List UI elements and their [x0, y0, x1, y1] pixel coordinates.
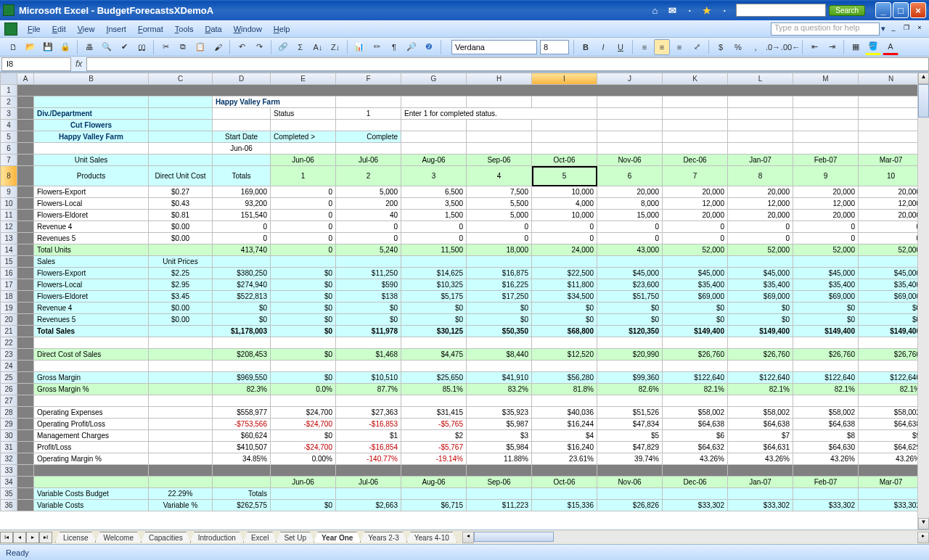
cell[interactable]	[859, 108, 924, 120]
cell[interactable]: $0	[271, 279, 336, 291]
cell[interactable]: 0.0%	[271, 384, 336, 395]
cell[interactable]: 7,500	[467, 186, 532, 198]
col-header-C[interactable]: C	[149, 73, 213, 85]
cell[interactable]: 20,000	[728, 186, 793, 198]
worksheet-tab-years-2-3[interactable]: Years 2-3	[360, 532, 406, 543]
cell[interactable]: 169,000	[213, 186, 271, 198]
row-header-24[interactable]: 24	[1, 361, 17, 372]
cell[interactable]	[532, 143, 597, 155]
cell[interactable]: $64,630	[793, 442, 859, 453]
cell[interactable]: Flowers-Local	[34, 198, 149, 210]
cell[interactable]: 4	[467, 166, 532, 186]
sort-asc-icon[interactable]: A↓	[310, 39, 326, 55]
cell[interactable]: 15,000	[597, 210, 663, 221]
cell[interactable]: 10,000	[532, 186, 597, 198]
cell[interactable]	[213, 337, 271, 349]
cell[interactable]	[336, 337, 401, 349]
cell[interactable]	[532, 96, 597, 108]
menu-view[interactable]: View	[72, 23, 101, 35]
row-header-15[interactable]: 15	[1, 256, 17, 268]
cell[interactable]: $35,923	[467, 407, 532, 419]
cell[interactable]	[597, 143, 663, 155]
hyperlink-icon[interactable]: 🔗	[275, 39, 291, 55]
cell[interactable]	[17, 210, 34, 221]
cell[interactable]: $17,250	[467, 291, 532, 302]
cell[interactable]	[532, 337, 597, 349]
cell[interactable]	[213, 256, 271, 268]
cell[interactable]: $0	[336, 314, 401, 326]
cell[interactable]	[17, 349, 34, 361]
col-header-M[interactable]: M	[793, 73, 859, 85]
cell[interactable]: Mar-07	[859, 155, 924, 166]
cell[interactable]	[663, 337, 728, 349]
cell[interactable]	[663, 131, 728, 143]
cell[interactable]	[17, 85, 924, 96]
cell[interactable]: 0	[401, 233, 467, 244]
cell[interactable]	[728, 108, 793, 120]
cell[interactable]: 0	[271, 233, 336, 244]
cell[interactable]: $45,000	[859, 268, 924, 279]
cell[interactable]	[17, 233, 34, 244]
cell[interactable]: 5,240	[336, 244, 401, 256]
cell[interactable]	[401, 96, 467, 108]
format-painter-icon[interactable]: 🖌	[210, 39, 226, 55]
cell[interactable]: 0.00%	[271, 453, 336, 465]
cell[interactable]	[663, 96, 728, 108]
cell[interactable]: $7	[728, 430, 793, 442]
cell[interactable]: $0	[663, 314, 728, 326]
cell[interactable]: $0.00	[149, 233, 213, 244]
cell[interactable]	[859, 337, 924, 349]
cell[interactable]: Flowers-Local	[34, 279, 149, 291]
cell[interactable]: 0	[532, 233, 597, 244]
cell[interactable]: $2,663	[336, 500, 401, 511]
cell[interactable]: 5,000	[467, 210, 532, 221]
cell[interactable]: 43.26%	[728, 453, 793, 465]
col-header-F[interactable]: F	[336, 73, 401, 85]
cell[interactable]: -$24,700	[271, 442, 336, 453]
worksheet-tab-introduction[interactable]: Introduction	[190, 532, 244, 543]
col-header-B[interactable]: B	[34, 73, 149, 85]
row-header-9[interactable]: 9	[1, 186, 17, 198]
cell[interactable]: $0.00	[149, 221, 213, 233]
cell[interactable]: 52,000	[859, 244, 924, 256]
cell[interactable]: $0	[401, 302, 467, 314]
cell[interactable]	[17, 384, 34, 395]
autosum-icon[interactable]: Σ	[292, 39, 308, 55]
cell[interactable]	[17, 221, 34, 233]
cell[interactable]: 40	[336, 210, 401, 221]
cell[interactable]: $122,640	[793, 372, 859, 384]
cell[interactable]: Status	[271, 108, 336, 120]
cell[interactable]	[467, 120, 532, 131]
cell[interactable]: 4,000	[532, 198, 597, 210]
cell[interactable]: Enter 1 for completed status.	[401, 108, 597, 120]
cell[interactable]	[401, 131, 467, 143]
cell[interactable]	[336, 143, 401, 155]
cell[interactable]	[467, 131, 532, 143]
cell[interactable]	[17, 361, 34, 372]
worksheet-tab-excel[interactable]: Excel	[243, 532, 277, 543]
cell[interactable]: $34,500	[532, 291, 597, 302]
cell[interactable]: $5,984	[467, 442, 532, 453]
worksheet-grid[interactable]: ABCDEFGHIJKLMN12Happy Valley Farm3Div./D…	[0, 72, 929, 530]
cell[interactable]	[859, 395, 924, 407]
cell[interactable]: $45,000	[728, 268, 793, 279]
col-header-E[interactable]: E	[271, 73, 336, 85]
cell[interactable]: -$16,853	[336, 419, 401, 430]
cell[interactable]	[17, 96, 34, 108]
cell[interactable]	[17, 244, 34, 256]
row-header-2[interactable]: 2	[1, 96, 17, 108]
cell[interactable]: 0	[213, 221, 271, 233]
cell[interactable]	[271, 361, 336, 372]
cell[interactable]: 20,000	[793, 186, 859, 198]
cell[interactable]: Unit Prices	[149, 256, 213, 268]
col-header-I[interactable]: I	[532, 73, 597, 85]
cell[interactable]	[34, 96, 149, 108]
cell[interactable]: $47,834	[597, 419, 663, 430]
cell[interactable]: 82.1%	[663, 384, 728, 395]
cell[interactable]	[149, 143, 213, 155]
research-icon[interactable]: 🕮	[134, 39, 150, 55]
cell[interactable]	[532, 361, 597, 372]
cell[interactable]: $149,400	[859, 326, 924, 337]
cell[interactable]: $26,760	[728, 349, 793, 361]
cell[interactable]	[17, 419, 34, 430]
